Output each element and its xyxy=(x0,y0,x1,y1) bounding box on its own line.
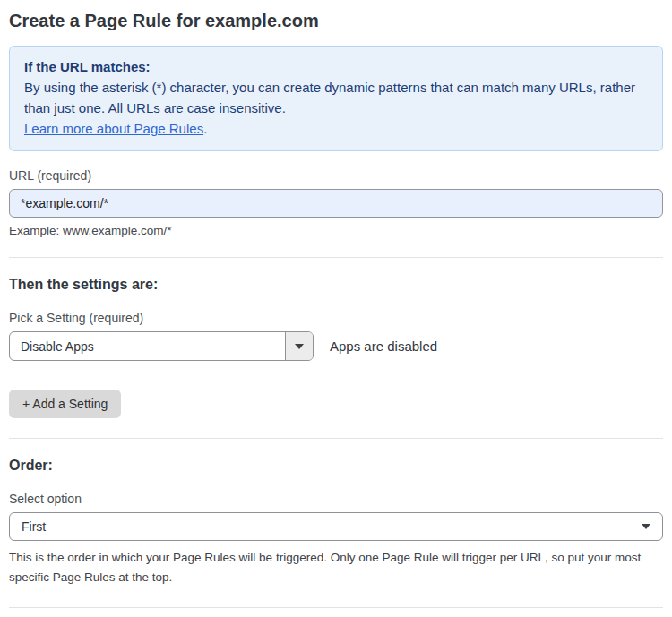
add-setting-button[interactable]: + Add a Setting xyxy=(9,390,121,418)
info-box-heading: If the URL matches: xyxy=(24,56,648,77)
page-title: Create a Page Rule for example.com xyxy=(9,11,663,31)
info-box-body: By using the asterisk (*) character, you… xyxy=(24,77,648,118)
chevron-down-icon xyxy=(642,524,650,529)
settings-section-heading: Then the settings are: xyxy=(9,277,663,293)
order-help-text: This is the order in which your Page Rul… xyxy=(9,548,659,587)
select-option-label: Select option xyxy=(9,492,663,506)
order-select-value: First xyxy=(22,519,46,534)
setting-row: Disable Apps Apps are disabled xyxy=(9,331,663,361)
setting-dropdown[interactable]: Disable Apps xyxy=(9,331,314,361)
pick-setting-label: Pick a Setting (required) xyxy=(9,311,663,325)
url-example-text: Example: www.example.com/* xyxy=(9,224,663,237)
divider-2 xyxy=(9,438,663,439)
url-input[interactable] xyxy=(9,189,663,218)
setting-dropdown-value: Disable Apps xyxy=(10,332,285,360)
order-section-heading: Order: xyxy=(9,458,663,474)
url-match-info-box: If the URL matches: By using the asteris… xyxy=(9,46,663,151)
order-select[interactable]: First xyxy=(9,512,663,541)
link-period: . xyxy=(203,121,207,136)
divider-1 xyxy=(9,257,663,258)
setting-status-text: Apps are disabled xyxy=(330,338,437,354)
learn-more-link[interactable]: Learn more about Page Rules xyxy=(24,121,203,136)
url-label: URL (required) xyxy=(9,168,663,183)
divider-3 xyxy=(9,607,663,608)
chevron-down-icon xyxy=(295,344,304,349)
setting-dropdown-arrow-button[interactable] xyxy=(285,332,313,360)
info-box-link-line: Learn more about Page Rules. xyxy=(24,118,648,139)
